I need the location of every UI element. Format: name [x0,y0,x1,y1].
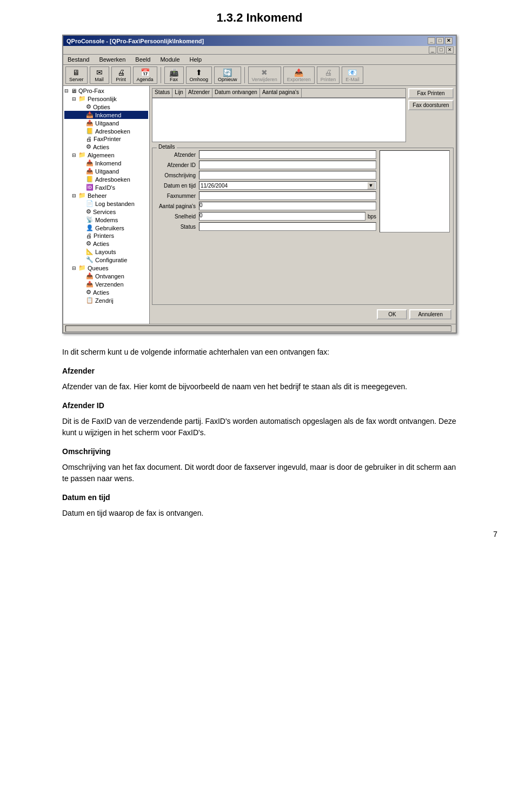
tree-modems[interactable]: 📡 Modems [64,216,148,224]
tree-adresboeken-algemeen[interactable]: 📒 Adresboeken [64,175,148,183]
toolbar-agenda[interactable]: 📅 Agenda [133,66,157,84]
item-icon: ⚙ [86,143,91,150]
tree-acties-persoonlijk[interactable]: ⚙ Acties [64,143,148,151]
expand-icon: ⊟ [72,265,77,271]
toolbar-exporteren[interactable]: 📤 Exporteren [283,66,315,84]
tree-persoonlijk[interactable]: ⊟ 📁 Persoonlijk [64,95,148,103]
omschrijving-input[interactable] [199,171,376,179]
tree-zendrij[interactable]: 📋 Zendrij [64,296,148,304]
server-icon: 🖥 [72,68,80,77]
toolbar-verwijderen[interactable]: ✖ Verwijderen [248,66,281,84]
toolbar-fax-label: Fax [170,77,178,82]
tree-qpro-fax[interactable]: ⊟ 🖥 QPro-Fax [64,87,148,95]
fax-doorsturen-button[interactable]: Fax doorsturen [408,100,454,110]
aantal-paginas-input[interactable]: 0 [199,202,376,210]
tree-item-label: Inkomend [95,160,121,167]
faxnummer-input[interactable] [199,191,376,200]
inner-restore-button[interactable]: □ [437,46,445,54]
toolbar-mail[interactable]: ✉ Mail [90,66,109,84]
item-icon: 🔧 [86,256,94,263]
expand-icon [79,274,85,279]
details-group: Details Afzender Afzender ID Omschrijvin… [152,148,454,305]
inner-close-button[interactable]: ✕ [446,46,454,54]
tree-adresboeken-persoonlijk[interactable]: 📒 Adresboeken [64,127,148,135]
fax-preview [380,150,450,232]
annuleren-button[interactable]: Annuleren [409,309,451,320]
tree-log-bestanden[interactable]: 📄 Log bestanden [64,199,148,208]
tree-acties-beheer[interactable]: ⚙ Acties [64,239,148,248]
fax-icon: 📠 [169,68,178,77]
agenda-icon: 📅 [141,68,150,77]
menu-bar: Bestand Bewerken Beeld Module Help [63,55,456,65]
tree-uitgaand-algemeen[interactable]: 📤 Uitgaand [64,167,148,175]
afzender-id-input[interactable] [199,161,376,169]
minimize-button[interactable]: _ [428,37,435,44]
afzender-id-label: Afzender ID [156,162,199,168]
date-picker-button[interactable]: ▼ [367,182,375,189]
toolbar-email-label: E-Mail [345,77,360,82]
title-bar-text: QProConsole - [QPro-Fax\Persoonlijk\Inko… [66,38,204,44]
detail-panel: Status Lijn Afzender Datum ontvangen Aan… [150,86,456,324]
text-afzender-id: Dit is de FaxID van de verzendende parti… [62,416,457,438]
tree-gebruikers[interactable]: 👤 Gebruikers [64,224,148,232]
toolbar-separator-1 [161,67,161,83]
menu-bewerken[interactable]: Bewerken [97,56,128,63]
expand-icon [79,201,85,207]
fax-printen-button[interactable]: Fax Printen [408,88,454,98]
tree-item-label: Layouts [95,249,116,255]
tree-layouts[interactable]: 📐 Layouts [64,248,148,256]
heading-datum-tijd: Datum en tijd [62,492,457,503]
toolbar-fax[interactable]: 📠 Fax [164,66,184,84]
toolbar-printen[interactable]: 🖨 Printen [317,66,340,84]
tree-configuratie[interactable]: 🔧 Configuratie [64,256,148,264]
list-header: Status Lijn Afzender Datum ontvangen Aan… [152,88,406,98]
inner-minimize-button[interactable]: _ [429,46,436,54]
tree-acties-queues[interactable]: ⚙ Acties [64,288,148,296]
toolbar-opnieuw[interactable]: 🔄 Opnieuw [214,66,241,84]
tree-services[interactable]: ⚙ Services [64,208,148,216]
ok-button[interactable]: OK [377,309,407,320]
tree-faxids[interactable]: 🆔 FaxID's [64,183,148,191]
tree-item-label: Printers [94,232,114,239]
tree-verzenden[interactable]: 📤 Verzenden [64,280,148,288]
tree-opties[interactable]: ⚙ Opties [64,103,148,111]
tree-item-label: FaxID's [95,184,115,191]
close-button[interactable]: ✕ [445,37,453,44]
tree-item-label: Uitgaand [95,120,119,127]
afzender-input[interactable] [199,150,376,159]
expand-icon [79,209,85,215]
aantal-paginas-row: Aantal pagina's 0 [156,202,376,210]
status-input[interactable] [199,222,376,231]
tree-ontvangen[interactable]: 📥 Ontvangen [64,272,148,280]
datum-tijd-input[interactable]: 11/26/2004 ▼ [199,181,376,190]
print-icon: 🖨 [117,68,125,77]
tree-inkomend-algemeen[interactable]: 📥 Inkomend [64,159,148,167]
tree-uitgaand-persoonlijk[interactable]: 📤 Uitgaand [64,119,148,127]
menu-help[interactable]: Help [188,56,204,63]
folder-icon: 🖥 [71,88,77,94]
toolbar-print[interactable]: 🖨 Print [111,66,131,84]
toolbar-server[interactable]: 🖥 Server [65,66,88,84]
menu-module[interactable]: Module [158,56,182,63]
toolbar-opnieuw-label: Opnieuw [218,77,237,82]
menu-beeld[interactable]: Beeld [133,56,152,63]
toolbar-email[interactable]: 📧 E-Mail [342,66,363,84]
tree-faxprinter[interactable]: 🖨 FaxPrinter [64,135,148,143]
tree-printers[interactable]: 🖨 Printers [64,232,148,239]
tree-item-label: Inkomend [95,112,121,118]
tree-inkomend-persoonlijk[interactable]: 📥 Inkomend [64,111,148,119]
maximize-button[interactable]: □ [436,37,444,44]
aantal-paginas-value: 0 [199,202,203,208]
toolbar-print-label: Print [116,77,126,82]
expand-icon [79,249,85,255]
tree-queues[interactable]: ⊟ 📁 Queues [64,264,148,272]
tree-beheer[interactable]: ⊟ 📁 Beheer [64,191,148,199]
menu-bestand[interactable]: Bestand [65,56,91,63]
tree-item-label: Modems [95,217,118,223]
col-lijn: Lijn [172,89,186,97]
toolbar-omhoog[interactable]: ⬆ Omhoog [186,66,212,84]
snelheid-input[interactable]: 0 [199,212,365,221]
afzender-row: Afzender [156,150,376,159]
tree-algemeen[interactable]: ⊟ 📁 Algemeen [64,151,148,159]
email-icon: 📧 [348,68,357,77]
